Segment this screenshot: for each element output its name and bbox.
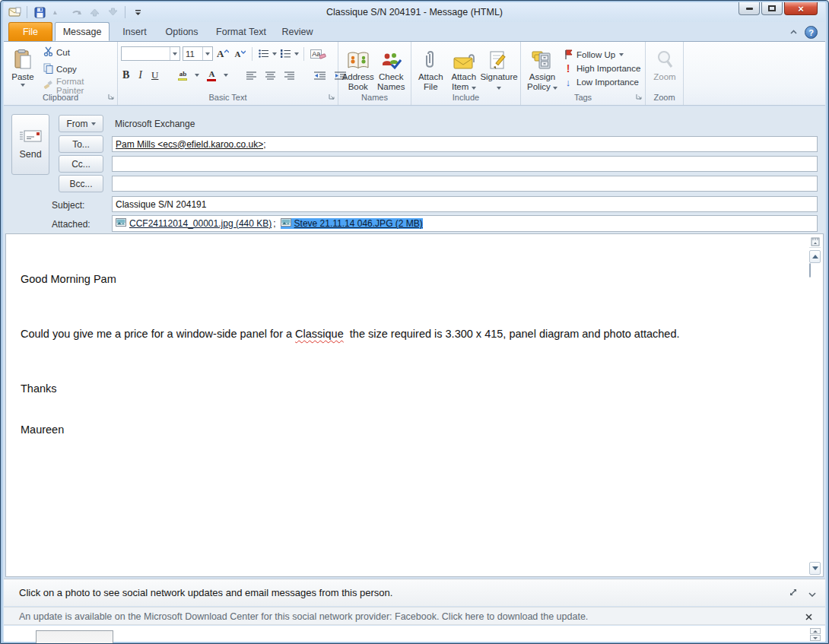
copy-icon [43,63,53,75]
paperclip-icon [424,47,437,70]
body-request: Could you give me a price for a window-s… [21,327,792,341]
help-button[interactable]: ? [805,26,818,39]
cc-button[interactable]: Cc... [59,155,103,173]
zoom-button[interactable]: Zoom [649,44,681,93]
contact-photo-placeholder[interactable] [36,630,113,644]
to-recipient[interactable]: Pam Mills <ecs@efield.karoo.co.uk>; [116,139,266,150]
scroll-up-button[interactable] [809,250,821,263]
bold-button[interactable]: B [121,68,131,83]
minimize-button[interactable] [738,2,760,15]
tab-format-text[interactable]: Format Text [211,22,272,41]
body-closing: Thanks [21,382,792,395]
dropdown-arrow-icon[interactable] [272,52,277,56]
bcc-field[interactable] [112,176,818,192]
low-importance-icon: ↓ [564,77,573,88]
ruler-toggle-icon[interactable] [809,236,821,248]
misspelled-word: Classique [295,328,344,340]
subject-field[interactable]: Classique S/N 204191 [112,196,818,212]
follow-up-button[interactable]: Follow Up [564,49,640,60]
picture-attachment-icon [116,218,126,229]
bullets-button[interactable] [257,46,270,62]
basic-text-group-label: Basic Text [118,93,338,104]
dropdown-arrow-icon[interactable] [195,74,199,77]
tab-options[interactable]: Options [159,22,205,41]
scrollbar-track[interactable] [809,263,821,562]
ribbon-group-names: Address Book Check Names Names [338,42,411,105]
tab-message[interactable]: Message [55,22,110,41]
scroll-down-icon [812,566,818,570]
to-field[interactable]: Pam Mills <ecs@efield.karoo.co.uk>; [112,136,818,152]
signature-button[interactable]: Signature [481,44,517,93]
tab-file[interactable]: File [8,22,52,41]
from-button[interactable]: From [59,115,103,132]
scrollbar-thumb[interactable] [809,263,811,278]
font-name-combobox[interactable] [121,46,180,61]
font-color-button[interactable]: A [205,68,218,83]
font-size-combobox[interactable]: 11 [183,46,213,61]
social-update-notice[interactable]: An update is available on the Microsoft … [19,608,588,626]
dropdown-arrow-icon[interactable] [294,52,299,56]
cut-icon [43,46,53,58]
grow-font-button[interactable]: A [215,46,230,62]
align-center-button[interactable] [264,68,277,83]
picture-attachment-icon [281,218,291,229]
attachment-item[interactable]: CCF24112014_00001.jpg (440 KB) [116,218,272,229]
copy-button[interactable]: Copy [43,61,114,77]
tab-insert[interactable]: Insert [115,22,154,41]
assign-policy-button[interactable]: Assign Policy [524,44,561,93]
font-color-bar [207,79,216,81]
people-pane-content [4,626,825,642]
shrink-font-button[interactable]: A [233,46,247,62]
high-importance-button[interactable]: ! High Importance [564,63,640,74]
close-button[interactable]: × [784,2,818,15]
numbering-button[interactable] [279,46,292,62]
tags-dialog-launcher[interactable] [636,90,643,103]
format-painter-button[interactable]: Format Painter [43,78,114,94]
social-update-bar: An update is available on the Microsoft … [4,607,825,625]
attach-file-button[interactable]: Attach File [414,44,447,93]
low-importance-button[interactable]: ↓ Low Importance [564,77,640,87]
attached-field[interactable]: CCF24112014_00001.jpg (440 KB) ; Steve 2… [112,215,818,232]
vertical-scrollbar[interactable] [808,236,821,575]
text-highlight-button[interactable]: ab [176,68,189,83]
pane-scroll-up-button[interactable] [810,628,821,634]
body-signature: Maureen [21,423,792,436]
dropdown-arrow-icon[interactable] [224,74,228,77]
send-button[interactable]: Send [11,114,49,175]
to-button[interactable]: To... [59,135,103,153]
cc-field[interactable] [112,156,818,172]
italic-button[interactable]: I [137,68,144,83]
dismiss-update-button[interactable] [805,611,813,624]
maximize-button[interactable] [761,2,783,15]
outlook-message-window: Classique S/N 204191 - Message (HTML) × … [0,0,829,644]
tags-group-label: Tags [521,93,645,104]
assign-policy-icon [532,47,553,70]
dropdown-arrow-icon[interactable] [202,47,212,60]
cut-button[interactable]: Cut [43,44,114,60]
check-names-button[interactable]: Check Names [375,44,408,93]
collapse-ribbon-button[interactable] [790,29,797,36]
message-body-text[interactable]: Good Morning Pam Could you give me a pri… [21,245,792,464]
bcc-button[interactable]: Bcc... [59,175,103,192]
attach-item-button[interactable]: Attach Item [447,44,481,93]
tab-review[interactable]: Review [276,22,319,41]
paste-button[interactable]: Paste [7,44,39,93]
attachment-item-selected[interactable]: Steve 21.11.14 046.JPG (2 MB) [281,218,423,229]
scroll-down-button[interactable] [809,562,821,575]
clipboard-dialog-launcher[interactable] [108,90,115,103]
message-body[interactable]: Good Morning Pam Could you give me a pri… [5,233,824,577]
decrease-indent-button[interactable] [313,68,327,83]
align-left-button[interactable] [245,68,258,83]
high-importance-icon: ! [564,62,573,75]
underline-button[interactable]: U [150,68,160,83]
pane-scroll-down-button[interactable] [810,635,821,641]
dropdown-arrow-icon[interactable] [170,47,179,60]
address-book-button[interactable]: Address Book [341,44,375,93]
send-icon [19,129,42,145]
clear-formatting-button[interactable]: Aa [309,46,329,62]
align-right-button[interactable] [283,68,296,83]
expand-people-pane-button[interactable] [789,586,798,600]
basic-text-dialog-launcher[interactable] [329,90,335,103]
people-pane-chevron-down-icon[interactable] [808,586,816,600]
ribbon-group-tags: Assign Policy Follow Up ! High Importanc… [521,42,646,105]
